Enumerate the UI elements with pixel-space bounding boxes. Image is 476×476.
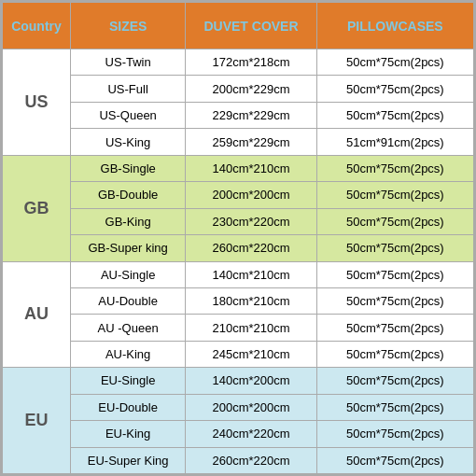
pillow-cell: 50cm*75cm(2pcs): [316, 155, 473, 181]
pillow-cell: 51cm*91cm(2pcs): [316, 129, 473, 155]
size-cell: EU-Double: [70, 394, 185, 420]
table-row: AU-Double180cm*210cm50cm*75cm(2pcs): [3, 287, 474, 314]
table-row: EUEU-Single140cm*200cm50cm*75cm(2pcs): [3, 368, 474, 394]
table-row: AU-King245cm*210cm50cm*75cm(2pcs): [3, 341, 474, 367]
size-cell: AU-King: [70, 341, 185, 367]
pillow-cell: 50cm*75cm(2pcs): [316, 368, 473, 394]
pillow-cell: 50cm*75cm(2pcs): [316, 421, 473, 447]
size-cell: EU-Super King: [70, 447, 185, 473]
table-row: EU-Super King260cm*220cm50cm*75cm(2pcs): [3, 447, 474, 473]
duvet-cell: 140cm*210cm: [186, 155, 316, 181]
pillow-cell: 50cm*75cm(2pcs): [316, 208, 473, 234]
size-cell: GB-Single: [70, 155, 185, 181]
pillow-cell: 50cm*75cm(2pcs): [316, 235, 473, 261]
header-sizes: SIZES: [70, 3, 185, 49]
table-row: USUS-Twin172cm*218cm50cm*75cm(2pcs): [3, 49, 474, 76]
duvet-cell: 260cm*220cm: [186, 235, 316, 261]
pillow-cell: 50cm*75cm(2pcs): [316, 49, 473, 76]
country-cell-us: US: [3, 49, 71, 156]
table-row: US-Full200cm*229cm50cm*75cm(2pcs): [3, 76, 474, 102]
duvet-cell: 259cm*229cm: [186, 129, 316, 155]
table-row: GBGB-Single140cm*210cm50cm*75cm(2pcs): [3, 155, 474, 181]
country-cell-gb: GB: [3, 155, 71, 261]
header-pillow: PILLOWCASES: [316, 3, 473, 49]
table-row: AU -Queen210cm*210cm50cm*75cm(2pcs): [3, 315, 474, 341]
pillow-cell: 50cm*75cm(2pcs): [316, 102, 473, 128]
country-cell-eu: EU: [3, 368, 71, 474]
duvet-cell: 230cm*220cm: [186, 208, 316, 234]
header-row: Country SIZES DUVET COVER PILLOWCASES: [3, 3, 474, 49]
size-cell: US-Twin: [70, 49, 185, 76]
table-row: AUAU-Single140cm*210cm50cm*75cm(2pcs): [3, 261, 474, 287]
table-row: GB-King230cm*220cm50cm*75cm(2pcs): [3, 208, 474, 234]
duvet-cell: 180cm*210cm: [186, 287, 316, 314]
size-cell: EU-Single: [70, 368, 185, 394]
size-cell: AU-Double: [70, 287, 185, 314]
header-duvet: DUVET COVER: [186, 3, 316, 49]
duvet-cell: 200cm*200cm: [186, 182, 316, 208]
size-cell: GB-Double: [70, 182, 185, 208]
table-row: GB-Double200cm*200cm50cm*75cm(2pcs): [3, 182, 474, 208]
size-cell: GB-Super king: [70, 235, 185, 261]
pillow-cell: 50cm*75cm(2pcs): [316, 182, 473, 208]
pillow-cell: 50cm*75cm(2pcs): [316, 261, 473, 287]
header-country: Country: [3, 3, 71, 49]
duvet-cell: 245cm*210cm: [186, 341, 316, 367]
table-body: USUS-Twin172cm*218cm50cm*75cm(2pcs)US-Fu…: [3, 49, 474, 474]
pillow-cell: 50cm*75cm(2pcs): [316, 341, 473, 367]
size-cell: US-Full: [70, 76, 185, 102]
pillow-cell: 50cm*75cm(2pcs): [316, 76, 473, 102]
pillow-cell: 50cm*75cm(2pcs): [316, 447, 473, 473]
size-cell: US-Queen: [70, 102, 185, 128]
pillow-cell: 50cm*75cm(2pcs): [316, 394, 473, 420]
pillow-cell: 50cm*75cm(2pcs): [316, 287, 473, 314]
table-row: US-Queen229cm*229cm50cm*75cm(2pcs): [3, 102, 474, 128]
table-row: EU-Double200cm*200cm50cm*75cm(2pcs): [3, 394, 474, 420]
size-cell: EU-King: [70, 421, 185, 447]
pillow-cell: 50cm*75cm(2pcs): [316, 315, 473, 341]
duvet-cell: 240cm*220cm: [186, 421, 316, 447]
duvet-cell: 140cm*200cm: [186, 368, 316, 394]
main-table-wrapper: Country SIZES DUVET COVER PILLOWCASES US…: [0, 0, 476, 476]
bedding-size-table: Country SIZES DUVET COVER PILLOWCASES US…: [2, 2, 474, 474]
size-cell: AU -Queen: [70, 315, 185, 341]
table-row: EU-King240cm*220cm50cm*75cm(2pcs): [3, 421, 474, 447]
table-row: US-King259cm*229cm51cm*91cm(2pcs): [3, 129, 474, 155]
duvet-cell: 140cm*210cm: [186, 261, 316, 287]
size-cell: AU-Single: [70, 261, 185, 287]
duvet-cell: 200cm*200cm: [186, 394, 316, 420]
country-cell-au: AU: [3, 261, 71, 368]
duvet-cell: 210cm*210cm: [186, 315, 316, 341]
table-row: GB-Super king260cm*220cm50cm*75cm(2pcs): [3, 235, 474, 261]
size-cell: GB-King: [70, 208, 185, 234]
duvet-cell: 200cm*229cm: [186, 76, 316, 102]
duvet-cell: 229cm*229cm: [186, 102, 316, 128]
duvet-cell: 172cm*218cm: [186, 49, 316, 76]
size-cell: US-King: [70, 129, 185, 155]
duvet-cell: 260cm*220cm: [186, 447, 316, 473]
